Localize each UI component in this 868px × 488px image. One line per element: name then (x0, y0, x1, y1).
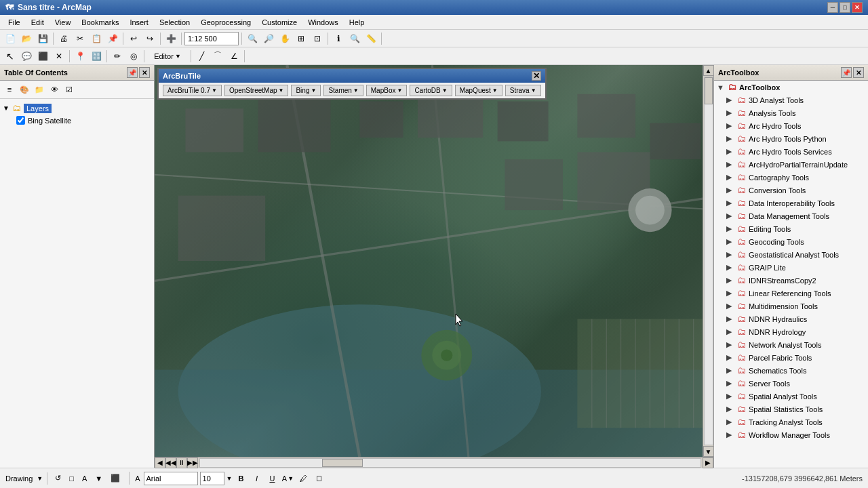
font-name-input[interactable] (144, 472, 198, 485)
clear-select-btn[interactable]: ✕ (52, 49, 66, 64)
toolbox-item-root[interactable]: ▼ 🗂 ArcToolbox (714, 81, 868, 94)
toolbox-item-archydro-terrain[interactable]: ▶ 🗂 ArcHydroPartialTerrainUpdate (714, 158, 868, 171)
bold-btn[interactable]: B (234, 472, 248, 485)
toc-close-btn[interactable]: ✕ (139, 67, 150, 78)
toc-by-drawing[interactable]: 🎨 (18, 83, 31, 96)
toolbox-item-graip[interactable]: ▶ 🗂 GRAIP Lite (714, 261, 868, 274)
toolbox-item-parcel-fabric[interactable]: ▶ 🗂 Parcel Fabric Tools (714, 351, 868, 364)
full-extent-btn[interactable]: ⊞ (294, 31, 309, 46)
copy-btn[interactable]: 📋 (89, 31, 104, 46)
editor-dropdown[interactable]: Editor ▼ (147, 49, 188, 64)
toolbox-item-workflow-mgr[interactable]: ▶ 🗂 Workflow Manager Tools (714, 428, 868, 441)
undo-btn[interactable]: ↩ (126, 31, 141, 46)
toolbox-item-ndnr-hydraulics[interactable]: ▶ 🗂 NDNR Hydraulics (714, 312, 868, 325)
underline-btn[interactable]: U (265, 472, 279, 485)
minimize-button[interactable]: ─ (827, 2, 838, 13)
prev-page-btn[interactable]: ◀◀ (165, 458, 176, 468)
toolbox-item-arc-hydro-services[interactable]: ▶ 🗂 Arc Hydro Tools Services (714, 145, 868, 158)
scale-input[interactable] (184, 32, 239, 45)
hscroll-right-btn[interactable]: ▶ (703, 458, 713, 468)
toc-by-source[interactable]: 📁 (33, 83, 46, 96)
hscroll-thumb[interactable] (322, 459, 363, 467)
provider-openstreetmap[interactable]: OpenStreetMap ▼ (224, 85, 289, 96)
edit-sketch-btn[interactable]: ✏ (110, 49, 125, 64)
map-horizontal-scrollbar[interactable]: ◀ ◀◀ ⏸ ▶▶ ▶ (155, 457, 713, 468)
toc-by-selection[interactable]: ☑ (62, 83, 76, 96)
provider-strava[interactable]: Strava ▼ (505, 85, 541, 96)
drawing-tool-btn1[interactable]: □ (66, 472, 77, 485)
highlight-btn[interactable]: 🖊 (296, 472, 310, 485)
toolbox-item-editing[interactable]: ▶ 🗂 Editing Tools (714, 222, 868, 235)
arcbrutile-close-btn[interactable]: ✕ (532, 71, 541, 81)
toc-list-view[interactable]: ≡ (3, 83, 16, 96)
new-btn[interactable]: 📄 (3, 31, 18, 46)
menu-windows[interactable]: Windows (302, 17, 344, 28)
drawing-tool-btn3[interactable]: ▼ (92, 472, 106, 485)
pointer-btn[interactable]: ↖ (3, 49, 18, 64)
layers-label[interactable]: Layers (24, 104, 52, 113)
sketch-curve-btn[interactable]: ⌒ (210, 49, 225, 64)
toolbox-item-spatial-analyst[interactable]: ▶ 🗂 Spatial Analyst Tools (714, 390, 868, 403)
atb-dock-btn[interactable]: 📌 (841, 67, 852, 78)
menu-view[interactable]: View (50, 17, 77, 28)
add-data-btn[interactable]: ➕ (163, 31, 178, 46)
hscroll-left-btn[interactable]: ◀ (155, 458, 165, 468)
toolbox-item-3d[interactable]: ▶ 🗂 3D Analyst Tools (714, 94, 868, 106)
angle-btn[interactable]: ∠ (226, 49, 241, 64)
map-tip-btn[interactable]: 💬 (19, 49, 34, 64)
measure-btn[interactable]: 📏 (363, 31, 378, 46)
font-color-btn[interactable]: A ▼ (281, 472, 294, 485)
provider-mapquest[interactable]: MapQuest ▼ (455, 85, 502, 96)
redo-btn[interactable]: ↪ (142, 31, 157, 46)
refresh-drawing-btn[interactable]: ↺ (52, 472, 64, 485)
paste-btn[interactable]: 📌 (105, 31, 120, 46)
menu-help[interactable]: Help (344, 17, 370, 28)
pause-btn[interactable]: ⏸ (176, 458, 187, 468)
toolbox-item-data-mgmt[interactable]: ▶ 🗂 Data Management Tools (714, 209, 868, 222)
scroll-up-btn[interactable]: ▲ (703, 65, 714, 76)
cut-btn[interactable]: ✂ (73, 31, 87, 46)
toolbox-item-idnr[interactable]: ▶ 🗂 IDNRStreamsCopy2 (714, 274, 868, 287)
toolbox-item-linear-ref[interactable]: ▶ 🗂 Linear Referencing Tools (714, 287, 868, 300)
toolbox-item-cartography[interactable]: ▶ 🗂 Cartography Tools (714, 171, 868, 184)
menu-edit[interactable]: Edit (26, 17, 50, 28)
menu-selection[interactable]: Selection (154, 17, 195, 28)
layer-extent-btn[interactable]: ⊡ (310, 31, 325, 46)
close-button[interactable]: ✕ (852, 2, 863, 13)
scroll-thumb[interactable] (705, 77, 713, 104)
identify-btn[interactable]: ℹ (331, 31, 346, 46)
font-size-input[interactable] (200, 472, 224, 485)
toc-dock-btn[interactable]: 📌 (127, 67, 138, 78)
toolbox-item-spatial-stats[interactable]: ▶ 🗂 Spatial Statistics Tools (714, 403, 868, 415)
toolbox-item-arc-hydro[interactable]: ▶ 🗂 Arc Hydro Tools (714, 119, 868, 132)
toolbox-item-geostatistical[interactable]: ▶ 🗂 Geostatistical Analyst Tools (714, 248, 868, 261)
select-features-btn[interactable]: ⬛ (35, 49, 50, 64)
toolbox-item-geocoding[interactable]: ▶ 🗂 Geocoding Tools (714, 235, 868, 248)
open-btn[interactable]: 📂 (19, 31, 34, 46)
pan-btn[interactable]: ✋ (277, 31, 292, 46)
menu-bookmarks[interactable]: Bookmarks (76, 17, 124, 28)
menu-file[interactable]: File (3, 17, 26, 28)
sketch-line-btn[interactable]: ╱ (194, 49, 209, 64)
map-area[interactable]: ArcBruTile ✕ ArcBruTile 0.7 ▼ OpenStreet… (155, 65, 703, 457)
save-btn[interactable]: 💾 (35, 31, 50, 46)
provider-bing[interactable]: Bing ▼ (291, 85, 321, 96)
select-by-attr-btn[interactable]: 🔠 (89, 49, 104, 64)
edit-vertex-btn[interactable]: ◎ (126, 49, 141, 64)
print-btn[interactable]: 🖨 (56, 31, 71, 46)
provider-arcbrutile[interactable]: ArcBruTile 0.7 ▼ (163, 85, 222, 96)
menu-geoprocessing[interactable]: Geoprocessing (195, 17, 256, 28)
drawing-tool-btn4[interactable]: ⬛ (107, 472, 123, 485)
toolbox-item-conversion[interactable]: ▶ 🗂 Conversion Tools (714, 184, 868, 197)
atb-close-btn[interactable]: ✕ (853, 67, 864, 78)
toolbox-item-network-analyst[interactable]: ▶ 🗂 Network Analyst Tools (714, 338, 868, 351)
line-color-btn[interactable]: ◻ (312, 472, 326, 485)
map-vertical-scrollbar[interactable]: ▲ ▼ (703, 65, 713, 457)
provider-stamen[interactable]: Stamen ▼ (323, 85, 363, 96)
select-by-location-btn[interactable]: 📍 (73, 49, 87, 64)
toolbox-item-server[interactable]: ▶ 🗂 Server Tools (714, 377, 868, 390)
zoom-out-btn[interactable]: 🔎 (261, 31, 276, 46)
toolbox-item-tracking[interactable]: ▶ 🗂 Tracking Analyst Tools (714, 415, 868, 428)
italic-btn[interactable]: I (250, 472, 263, 485)
expand-layers-icon[interactable]: ▼ (3, 104, 9, 112)
